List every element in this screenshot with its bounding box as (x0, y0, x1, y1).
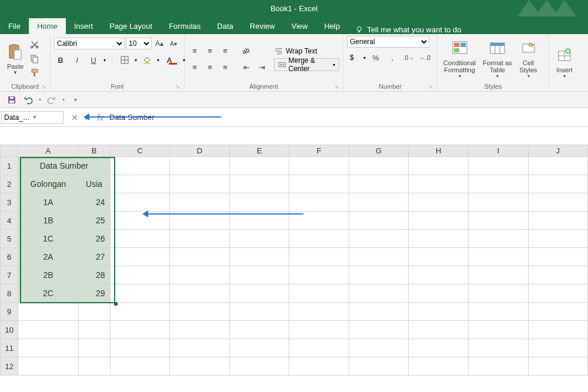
fill-color-button[interactable] (141, 53, 153, 66)
cell-A2[interactable]: Golongan (18, 175, 78, 193)
row-header-8[interactable]: 8 (1, 284, 18, 303)
cell-H9[interactable] (409, 303, 469, 321)
cell-F10[interactable] (289, 321, 349, 339)
cell-B12[interactable] (78, 357, 110, 376)
cell-B3[interactable]: 24 (78, 193, 110, 212)
qat-customize[interactable]: ▾ (69, 94, 81, 106)
cell-B4[interactable]: 25 (78, 212, 110, 230)
cell-F6[interactable] (289, 248, 349, 266)
column-header-F[interactable]: F (289, 145, 349, 157)
column-header-A[interactable]: A (18, 145, 78, 157)
border-button[interactable] (118, 53, 131, 66)
cell-G12[interactable] (349, 357, 409, 376)
cell-H7[interactable] (409, 266, 469, 284)
column-header-C[interactable]: C (110, 145, 170, 157)
cell-F9[interactable] (289, 303, 349, 321)
cell-E6[interactable] (229, 248, 289, 266)
decrease-indent-button[interactable]: ⇤ (240, 61, 253, 73)
cell-G10[interactable] (349, 321, 409, 339)
cell-D8[interactable] (170, 284, 230, 303)
accounting-format-button[interactable]: $ (347, 51, 360, 64)
cell-E10[interactable] (229, 321, 289, 339)
cell-G6[interactable] (349, 248, 409, 266)
cell-B6[interactable]: 27 (78, 248, 110, 266)
column-header-E[interactable]: E (229, 145, 289, 157)
cell-A8[interactable]: 2C (18, 284, 78, 303)
cell-C12[interactable] (110, 357, 170, 376)
column-header-I[interactable]: I (469, 145, 528, 157)
cell-styles-button[interactable]: Cell Styles▾ (517, 38, 540, 80)
tab-formulas[interactable]: Formulas (161, 18, 209, 34)
cell-I12[interactable] (469, 357, 528, 376)
align-bottom-button[interactable]: ≡ (219, 44, 232, 57)
column-header-H[interactable]: H (409, 145, 469, 157)
cell-E1[interactable] (229, 157, 289, 175)
align-right-button[interactable]: ≡ (219, 61, 232, 73)
cell-J11[interactable] (528, 339, 588, 357)
row-header-12[interactable]: 12 (1, 357, 18, 376)
cell-F2[interactable] (289, 175, 349, 193)
cell-I7[interactable] (469, 266, 528, 284)
cell-J2[interactable] (528, 175, 588, 193)
cell-H10[interactable] (409, 321, 469, 339)
tab-home[interactable]: Home (29, 18, 66, 34)
cell-E12[interactable] (229, 357, 289, 376)
increase-indent-button[interactable]: ⇥ (255, 61, 268, 73)
cell-D12[interactable] (170, 357, 230, 376)
cell-I1[interactable] (469, 157, 528, 175)
cell-B7[interactable]: 28 (78, 266, 110, 284)
cell-J8[interactable] (528, 284, 588, 303)
cell-J10[interactable] (528, 321, 588, 339)
cell-D5[interactable] (170, 230, 230, 248)
row-header-7[interactable]: 7 (1, 266, 18, 284)
row-header-1[interactable]: 1 (1, 157, 18, 175)
cell-H5[interactable] (409, 230, 469, 248)
cell-F3[interactable] (289, 193, 349, 212)
cell-merged-A1B1[interactable]: Data Sumber (18, 157, 110, 175)
column-header-D[interactable]: D (170, 145, 230, 157)
cell-I6[interactable] (469, 248, 528, 266)
cell-A6[interactable]: 2A (18, 248, 78, 266)
font-dialog-launcher[interactable]: ⤡ (176, 84, 181, 90)
align-top-button[interactable]: ≡ (188, 44, 201, 57)
cell-G1[interactable] (349, 157, 409, 175)
cell-D7[interactable] (170, 266, 230, 284)
cell-E5[interactable] (229, 230, 289, 248)
cell-E9[interactable] (229, 303, 289, 321)
align-middle-button[interactable]: ≡ (203, 44, 216, 57)
cell-A9[interactable] (18, 303, 78, 321)
cell-F1[interactable] (289, 157, 349, 175)
number-format-select[interactable]: General (347, 36, 429, 48)
cell-I4[interactable] (469, 212, 528, 230)
font-size-select[interactable]: 10 (126, 38, 152, 49)
cell-J6[interactable] (528, 248, 588, 266)
cell-I8[interactable] (469, 284, 528, 303)
cell-H12[interactable] (409, 357, 469, 376)
copy-button[interactable] (28, 52, 41, 65)
format-painter-button[interactable] (28, 66, 41, 79)
format-as-table-button[interactable]: Format as Table▾ (480, 38, 514, 80)
worksheet-grid[interactable]: ABCDEFGHIJ1Data Sumber2GolonganUsia31A24… (0, 127, 588, 392)
cell-H8[interactable] (409, 284, 469, 303)
save-button[interactable] (6, 94, 18, 106)
cell-F8[interactable] (289, 284, 349, 303)
redo-button[interactable] (46, 94, 58, 106)
cell-I5[interactable] (469, 230, 528, 248)
cell-C7[interactable] (110, 266, 170, 284)
name-box[interactable]: Data_Sum... ▼ (1, 111, 64, 124)
cell-D11[interactable] (170, 339, 230, 357)
cell-I2[interactable] (469, 175, 528, 193)
percent-button[interactable]: % (369, 51, 382, 64)
clipboard-dialog-launcher[interactable]: ⤡ (42, 84, 46, 90)
cell-C8[interactable] (110, 284, 170, 303)
align-left-button[interactable]: ≡ (188, 61, 201, 73)
undo-button[interactable] (22, 94, 34, 106)
cell-J5[interactable] (528, 230, 588, 248)
cell-C6[interactable] (110, 248, 170, 266)
cell-C9[interactable] (110, 303, 170, 321)
cell-C2[interactable] (110, 175, 170, 193)
row-header-9[interactable]: 9 (1, 303, 18, 321)
cell-G7[interactable] (349, 266, 409, 284)
cell-H11[interactable] (409, 339, 469, 357)
cell-C11[interactable] (110, 339, 170, 357)
